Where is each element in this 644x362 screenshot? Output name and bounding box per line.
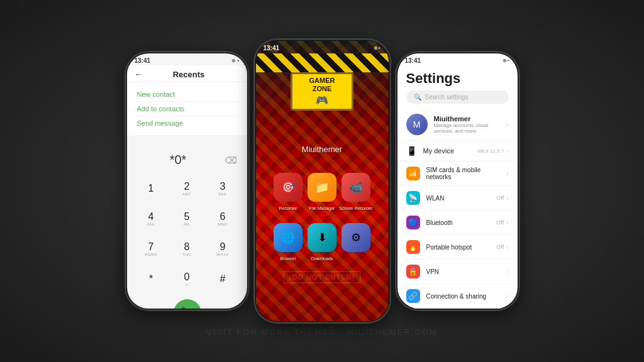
settings-title: Settings xyxy=(397,65,518,90)
key-8[interactable]: 8TUV xyxy=(170,235,204,263)
recorder-label: Recorder xyxy=(279,206,297,211)
home-username: Miuithemer xyxy=(302,145,342,154)
status-icons-2: ⊕+ xyxy=(374,45,381,51)
vpn-label: VPN xyxy=(426,268,507,275)
settings-profile[interactable]: M Miuithemer Manage accounts, cloud serv… xyxy=(397,109,518,141)
send-message-option[interactable]: Send message xyxy=(137,116,237,130)
profile-chevron-icon: › xyxy=(506,121,508,128)
battery-icon-3: ⊕+ xyxy=(502,58,510,63)
dialer-screen: 13:41 ⊕ ▪ ← Recents New contact Add to c… xyxy=(127,53,247,309)
settings-item-sim[interactable]: 📶 SIM cards & mobile networks › xyxy=(397,162,518,186)
connection-label: Connection & sharing xyxy=(426,293,507,300)
battery-icon: ⊕ xyxy=(231,58,236,63)
search-bar[interactable]: 🔍 Search settings xyxy=(406,90,509,104)
phone-home: 13:41 ⊕+ GAMER ZONE 🎮 Miuithemer 🎯 Recor… xyxy=(255,40,390,322)
apps-row-2: 🌐 Browser ⬇ Downloads ⚙ xyxy=(274,223,370,252)
time-2: 13:41 xyxy=(264,45,280,52)
dialer-header: ← Recents xyxy=(127,65,247,82)
app-browser[interactable]: 🌐 Browser xyxy=(274,223,303,252)
keypad-icon[interactable]: ⊞ xyxy=(227,308,235,309)
key-0[interactable]: 0+ xyxy=(170,265,204,293)
wlan-value: Off xyxy=(496,195,504,201)
menu-icon[interactable]: ☰ xyxy=(140,307,148,309)
dialer-options: New contact Add to contacts Send message xyxy=(127,82,247,135)
vpn-icon: 🔒 xyxy=(406,265,420,278)
bluetooth-chevron-icon: › xyxy=(506,219,508,226)
key-9[interactable]: 9WXYZ xyxy=(206,235,240,263)
device-icon: 📱 xyxy=(406,146,417,156)
app-downloads[interactable]: ⬇ Downloads xyxy=(308,223,336,252)
time-1: 13:41 xyxy=(135,57,151,64)
key-1[interactable]: 1 xyxy=(135,175,168,202)
settings-item-vpn[interactable]: 🔒 VPN › xyxy=(397,260,518,284)
device-version: MIUI 12.5.7 xyxy=(478,148,504,154)
key-4[interactable]: 4GHI xyxy=(135,205,168,233)
wlan-chevron-icon: › xyxy=(506,195,508,202)
status-icons-3: ⊕+ xyxy=(502,58,510,63)
battery-icon-2: ⊕+ xyxy=(374,45,381,51)
backspace-button[interactable]: ⌫ xyxy=(225,155,237,165)
recents-title: Recents xyxy=(148,70,230,79)
status-icons-1: ⊕ ▪ xyxy=(231,58,240,63)
key-star[interactable]: * xyxy=(135,265,168,293)
profile-subtitle: Manage accounts, cloud services, and mor… xyxy=(434,123,507,134)
warning-stripe xyxy=(256,53,389,72)
app-file-manager[interactable]: 📁 File Manager xyxy=(308,173,336,202)
phone-dialer: 13:41 ⊕ ▪ ← Recents New contact Add to c… xyxy=(126,52,248,310)
key-2[interactable]: 2ABC xyxy=(170,175,204,202)
app-screen-recorder[interactable]: 📹 Screen Recorder xyxy=(341,173,370,202)
gamer-zone-text1: GAMER xyxy=(299,77,345,85)
back-button[interactable]: ← xyxy=(135,69,143,79)
browser-icon: 🌐 xyxy=(281,231,295,244)
key-hash[interactable]: # xyxy=(206,265,240,293)
settings-item-hotspot[interactable]: 🔥 Portable hotspot Off › xyxy=(397,235,518,260)
profile-info: Miuithemer Manage accounts, cloud servic… xyxy=(434,115,507,134)
status-bar-1: 13:41 ⊕ ▪ xyxy=(127,53,247,65)
settings-item-wlan[interactable]: 📡 WLAN Off › xyxy=(397,186,518,211)
wlan-icon: 📡 xyxy=(406,191,420,205)
bluetooth-label: Bluetooth xyxy=(426,219,497,226)
time-3: 13:41 xyxy=(405,57,421,64)
app-recorder[interactable]: 🎯 Recorder xyxy=(274,173,303,202)
profile-name: Miuithemer xyxy=(434,115,507,123)
call-button[interactable]: 📞 xyxy=(174,299,201,309)
connection-icon: 🔗 xyxy=(406,289,420,303)
gamer-zone-sign: GAMER ZONE 🎮 xyxy=(291,72,353,111)
sim-label: SIM cards & mobile networks xyxy=(426,167,507,180)
settings-list: 📶 SIM cards & mobile networks › 📡 WLAN O… xyxy=(397,162,518,309)
dialer-number-display: *0* xyxy=(137,153,219,167)
divider xyxy=(127,135,247,148)
key-3[interactable]: 3DEF xyxy=(206,175,240,202)
key-5[interactable]: 5JKL xyxy=(170,205,204,233)
app-settings-home[interactable]: ⚙ xyxy=(341,223,370,252)
screen-rec-icon: 📹 xyxy=(349,180,363,194)
key-7[interactable]: 7PQRS xyxy=(135,235,168,263)
settings-device[interactable]: 📱 My device MIUI 12.5.7 › xyxy=(397,141,518,162)
signal-icon: ▪ xyxy=(238,58,240,63)
browser-label: Browser xyxy=(280,256,296,261)
apps-row-1: 🎯 Recorder 📁 File Manager 📹 Screen Recor… xyxy=(274,173,370,202)
hotspot-value: Off xyxy=(496,244,504,250)
new-contact-option[interactable]: New contact xyxy=(137,87,237,102)
bluetooth-value: Off xyxy=(496,219,504,226)
do-not-enter-text: [DO NOT ENTER] xyxy=(283,271,361,283)
settings-content: Settings 🔍 Search settings M Miuithemer … xyxy=(397,65,518,309)
hotspot-label: Portable hotspot xyxy=(426,244,497,251)
connection-chevron-icon: › xyxy=(506,293,508,300)
screen-rec-label: Screen Recorder xyxy=(340,206,373,211)
status-bar-3: 13:41 ⊕+ xyxy=(397,53,518,65)
hotspot-icon: 🔥 xyxy=(406,240,420,254)
hotspot-chevron-icon: › xyxy=(506,244,508,251)
phones-container: 13:41 ⊕ ▪ ← Recents New contact Add to c… xyxy=(126,40,519,322)
dialer-bottom-bar: ☰ 📞 ⊞ xyxy=(127,295,247,309)
settings2-icon: ⚙ xyxy=(351,231,361,244)
add-contacts-option[interactable]: Add to contacts xyxy=(137,102,237,116)
key-6[interactable]: 6MNO xyxy=(206,205,240,233)
keypad: 1 2ABC 3DEF 4GHI 5JKL 6MNO 7PQRS 8TUV 9W… xyxy=(127,172,247,295)
settings-item-bluetooth[interactable]: 🔵 Bluetooth Off › xyxy=(397,211,518,235)
gamer-zone-text2: ZONE xyxy=(299,85,345,93)
phone-settings: 13:41 ⊕+ Settings 🔍 Search settings M Mi… xyxy=(396,52,519,310)
profile-avatar: M xyxy=(406,114,428,135)
settings-item-connection[interactable]: 🔗 Connection & sharing › xyxy=(397,284,518,309)
downloads-icon: ⬇ xyxy=(318,231,327,244)
